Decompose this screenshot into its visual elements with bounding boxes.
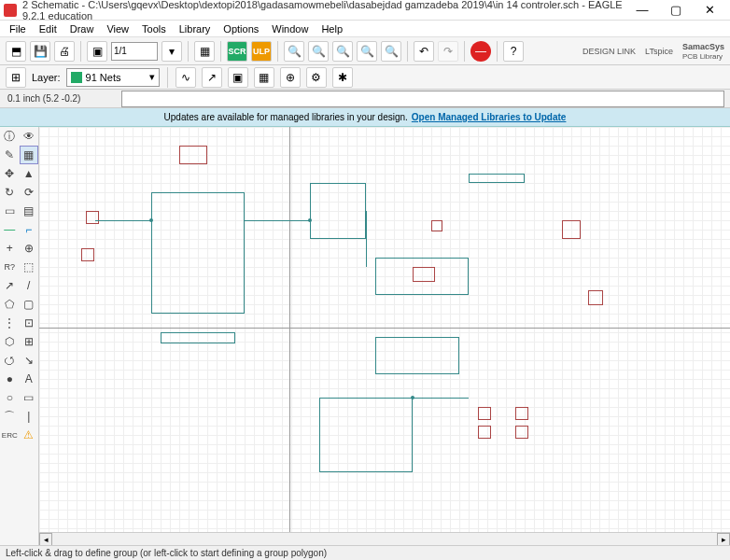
layer-swatch (71, 72, 82, 83)
smash-tool[interactable]: ⬚ (20, 258, 39, 276)
sheet-prev-button[interactable]: ▣ (87, 41, 107, 62)
line-tool[interactable]: — (0, 220, 20, 239)
slash-tool[interactable]: / (20, 276, 39, 295)
grid-button[interactable]: ⊞ (6, 67, 26, 88)
update-link[interactable]: Open Managed Libraries to Update (412, 112, 567, 122)
label-tool[interactable]: ▢ (20, 295, 39, 314)
edit-tool[interactable]: ✎ (0, 146, 20, 164)
menu-help[interactable]: Help (316, 22, 348, 35)
junction-tool[interactable]: ⊕ (20, 239, 39, 258)
name-tool[interactable]: ⊡ (20, 314, 39, 332)
layer-label: Layer: (32, 72, 61, 83)
close-button[interactable]: ✕ (693, 1, 726, 20)
zoom-fit-button[interactable]: 🔍 (284, 41, 304, 62)
rect-tool[interactable]: ▭ (0, 202, 20, 220)
array-tool[interactable]: ▤ (20, 202, 39, 220)
menu-library[interactable]: Library (174, 22, 217, 35)
open-board-button[interactable]: ⬒ (6, 41, 26, 62)
brand-ltspice[interactable]: LTspice (645, 47, 673, 56)
arc-tool[interactable]: ⌒ (0, 407, 20, 426)
grid-tool[interactable]: ⊞ (20, 332, 39, 351)
split-tool[interactable]: | (20, 407, 39, 426)
zoom-redraw-button[interactable]: 🔍 (357, 41, 377, 62)
circle-tool[interactable]: ○ (0, 388, 20, 407)
window-title: 2 Schematic - C:\Users\gqevx\Desktop\dex… (22, 0, 625, 21)
menu-options[interactable]: Options (218, 22, 264, 35)
schematic-canvas[interactable] (39, 127, 730, 545)
gear-tool[interactable]: ⚙ (306, 67, 327, 88)
coordinate-display: 0.1 inch (5.2 -0.2) (0, 93, 121, 104)
poly-tool[interactable]: ⬠ (0, 295, 20, 314)
hscrollbar[interactable]: ◂ ▸ (39, 532, 730, 545)
menu-view[interactable]: View (101, 22, 134, 35)
errors-tool[interactable]: ⚠ (20, 426, 39, 444)
menu-tools[interactable]: Tools (136, 22, 172, 35)
group-tool[interactable]: ▦ (20, 146, 39, 164)
mirror-tool[interactable]: ▲ (20, 164, 39, 183)
paste-tool[interactable]: ▦ (254, 67, 274, 88)
erc-tool[interactable]: ERC (0, 426, 20, 444)
scroll-left-button[interactable]: ◂ (39, 533, 52, 546)
brand-samacsys[interactable]: SamacSys (682, 42, 724, 51)
minimize-button[interactable]: — (625, 1, 659, 20)
line2-tool[interactable]: ⌐ (20, 220, 39, 239)
save-button[interactable]: 💾 (30, 41, 50, 62)
stop-button[interactable]: — (470, 41, 491, 62)
main-toolbar: ⬒ 💾 🖨 ▣ ▾ ▦ SCR ULP 🔍 🔍 🔍 🔍 🔍 ↶ ↷ — ? DE… (0, 37, 730, 65)
help-button[interactable]: ? (503, 41, 524, 62)
add-tool[interactable]: + (0, 239, 20, 258)
move-tool[interactable]: ✥ (0, 164, 20, 183)
text-tool[interactable]: A (20, 370, 39, 388)
bus-tool[interactable]: ⋮ (0, 314, 20, 332)
sheet-select[interactable] (111, 42, 158, 61)
command-input[interactable] (121, 91, 724, 107)
menu-draw[interactable]: Draw (64, 22, 100, 35)
maximize-button[interactable]: ▢ (659, 1, 693, 20)
menu-edit[interactable]: Edit (34, 22, 63, 35)
value-tool[interactable]: R? (0, 258, 20, 276)
rotate2-tool[interactable]: ⟳ (20, 183, 39, 202)
statusbar: Left-click & drag to define group (or le… (0, 545, 730, 560)
gear2-tool[interactable]: ✱ (332, 67, 353, 88)
menu-window[interactable]: Window (266, 22, 314, 35)
menubar: File Edit Draw View Tools Library Option… (0, 21, 730, 37)
update-banner: Updates are available for managed librar… (0, 108, 730, 127)
rect2-tool[interactable]: ▭ (20, 388, 39, 407)
cam-button[interactable]: ▦ (194, 41, 215, 62)
brand-designlink[interactable]: DESIGN LINK (583, 47, 636, 56)
wire-tool[interactable]: ∿ (175, 67, 196, 88)
scroll-right-button[interactable]: ▸ (717, 533, 730, 546)
sheet-dropdown[interactable]: ▾ (161, 41, 182, 62)
hex-tool[interactable]: ⬡ (0, 332, 20, 351)
show-tool[interactable]: 👁 (20, 127, 39, 146)
redo-button[interactable]: ↷ (438, 41, 458, 62)
copy-tool[interactable]: ▣ (228, 67, 248, 88)
info-tool[interactable]: ⓘ (0, 127, 20, 146)
zoom-out-button[interactable]: 🔍 (332, 41, 353, 62)
zoom-in-button[interactable]: 🔍 (308, 41, 329, 62)
swap-tool[interactable]: ⭯ (0, 351, 20, 370)
part-tool[interactable]: ⊕ (280, 67, 301, 88)
undo-button[interactable]: ↶ (414, 41, 434, 62)
app-icon (4, 4, 17, 17)
zoom-select-button[interactable]: 🔍 (381, 41, 401, 62)
layer-select[interactable]: 91 Nets ▾ (66, 68, 160, 87)
dot-tool[interactable]: ● (0, 370, 20, 388)
arrow-tool[interactable]: ↘ (20, 351, 39, 370)
ulp-button[interactable]: ULP (251, 41, 272, 62)
print-button[interactable]: 🖨 (54, 41, 75, 62)
dim-tool[interactable]: ↗ (0, 276, 20, 295)
tool-palette: ⓘ👁 ✎▦ ✥▲ ↻⟳ ▭▤ —⌐ +⊕ R?⬚ ↗/ ⬠▢ ⋮⊡ ⬡⊞ ⭯↘ … (0, 127, 39, 545)
layer-toolbar: ⊞ Layer: 91 Nets ▾ ∿ ↗ ▣ ▦ ⊕ ⚙ ✱ (0, 65, 730, 90)
scr-button[interactable]: SCR (227, 41, 247, 62)
net-tool[interactable]: ↗ (202, 67, 222, 88)
menu-file[interactable]: File (4, 22, 32, 35)
rotate-tool[interactable]: ↻ (0, 183, 20, 202)
